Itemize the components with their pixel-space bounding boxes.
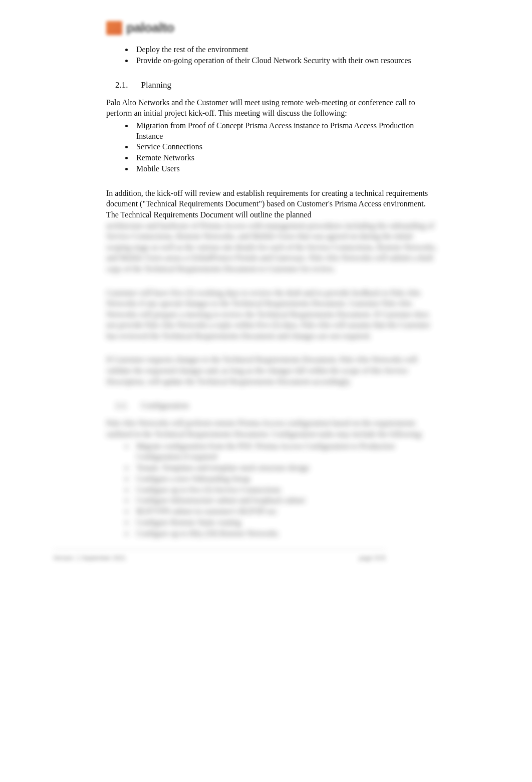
list-item: Configure up to fifty (50) Remote Networ…	[133, 529, 439, 539]
section-heading: 2.1. Planning	[115, 80, 439, 90]
list-item: Configure Remote Static routing	[133, 517, 439, 528]
top-bullet-list: Deploy the rest of the environment Provi…	[133, 45, 439, 66]
list-item: Provide on-going operation of their Clou…	[133, 56, 439, 66]
list-item: Configure Infrastructure subnet and loop…	[133, 495, 439, 506]
footer-page-number: page 3/15	[359, 555, 386, 562]
list-item: Migrate configuration from the POC Prism…	[133, 441, 439, 462]
list-item: Configure a new Onboarding Setup	[133, 474, 439, 484]
blurred-paragraph: If Customer requests changes to the Tech…	[106, 354, 439, 387]
list-item: Mobile Users	[133, 164, 439, 174]
blurred-paragraph: Palo Alto Networks will perform remote P…	[106, 418, 439, 439]
list-item: Deploy the rest of the environment	[133, 45, 439, 55]
trd-paragraph: In addition, the kick-off will review an…	[106, 188, 439, 220]
list-item: Remote Networks	[133, 153, 439, 163]
planning-bullet-list: Migration from Proof of Concept Prisma A…	[133, 121, 439, 174]
list-item: Configure up to five (5) Service Connect…	[133, 485, 439, 495]
config-bullet-list: Migrate configuration from the POC Prism…	[133, 441, 439, 539]
logo-text: paloalto	[126, 20, 174, 36]
document-page: paloalto Deploy the rest of the environm…	[0, 0, 532, 782]
section-title: Configuration	[141, 401, 189, 411]
list-item: BGP/VPN subnet in customer's BGP/IP-sec	[133, 506, 439, 517]
list-item: Tenant, Templates and template stack str…	[133, 463, 439, 473]
blurred-paragraph: architecture and hardware of Prisma Acce…	[106, 220, 439, 275]
blurred-paragraph: Customer will have five (5) working days…	[106, 288, 439, 342]
intro-paragraph: Palo Alto Networks and the Customer will…	[106, 97, 439, 119]
list-item: Service Connections	[133, 142, 439, 152]
logo-icon	[106, 21, 122, 35]
list-item: Migration from Proof of Concept Prisma A…	[133, 121, 439, 142]
section-number: 2.2.	[115, 401, 128, 411]
page-footer: Version: 1 September 2021 page 3/15	[53, 549, 386, 562]
section-number: 2.1.	[115, 80, 128, 90]
company-logo: paloalto	[106, 20, 439, 36]
section-title: Planning	[141, 80, 171, 90]
blurred-region: architecture and hardware of Prisma Acce…	[106, 220, 439, 539]
footer-version: Version: 1 September 2021	[53, 555, 126, 562]
section-heading: 2.2. Configuration	[115, 401, 439, 411]
